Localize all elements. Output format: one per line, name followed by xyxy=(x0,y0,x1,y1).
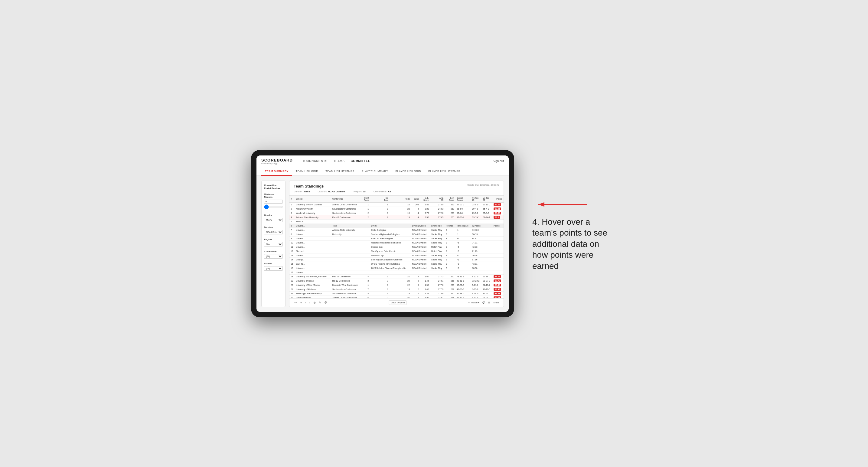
region-select[interactable]: N/A xyxy=(264,242,283,247)
right-panel: Team Standings Update time: 13/03/2024 1… xyxy=(289,181,504,307)
rank-cell: 12 xyxy=(289,249,294,253)
event-type-cell: Stroke Play xyxy=(430,257,444,261)
edit-button[interactable]: ✎ xyxy=(318,300,322,305)
table-row[interactable]: 1 University of North Carolina Atlantic … xyxy=(289,203,503,207)
expanded-data-row[interactable]: 11 Univers... Copper Cup NCAA Division I… xyxy=(289,245,503,249)
wins-cell: 4 xyxy=(411,207,420,211)
nav-committee[interactable]: COMMITTEE xyxy=(350,158,370,164)
nav-tournaments[interactable]: TOURNAMENTS xyxy=(303,158,328,164)
expanded-data-row[interactable]: 16 Univers... 2023 Sahalee Players Champ… xyxy=(289,266,503,270)
points-cell[interactable]: 88.30 xyxy=(492,211,503,215)
division-select[interactable]: NCAA Division I xyxy=(264,230,283,235)
sign-out-button[interactable]: Sign out xyxy=(489,159,504,163)
points-cell[interactable] xyxy=(492,257,503,261)
sub-nav-player-h2h-grid[interactable]: PLAYER H2H GRID xyxy=(392,167,425,176)
sub-nav-team-summary[interactable]: TEAM SUMMARY xyxy=(261,167,292,176)
sub-nav-team-h2h-grid[interactable]: TEAM H2H GRID xyxy=(292,167,322,176)
rank-cell: 21 xyxy=(289,287,294,291)
points-cell[interactable] xyxy=(492,241,503,245)
nav-teams[interactable]: TEAMS xyxy=(333,158,344,164)
sub-nav-team-h2h-heatmap[interactable]: TEAM H2H HEATMAP xyxy=(322,167,358,176)
sub-nav-player-h2h-heatmap[interactable]: PLAYER H2H HEATMAP xyxy=(425,167,464,176)
points-cell[interactable] xyxy=(492,219,503,223)
school-select[interactable]: (All) xyxy=(264,266,283,271)
adj-score-cell: 1.32 xyxy=(420,291,430,295)
gender-select[interactable]: Men's xyxy=(264,218,283,222)
wins-cell: 0 xyxy=(411,279,420,283)
watch-button[interactable]: 👁 Watch ▾ xyxy=(468,301,479,304)
points-cell[interactable] xyxy=(492,266,503,270)
points-cell[interactable]: 83.41 xyxy=(492,291,503,295)
conference-cell: Big 12 Conference xyxy=(331,279,362,283)
event-type-cell: Match Play xyxy=(430,249,444,253)
conference-cell: Mountain West Conference xyxy=(331,283,362,287)
expanded-data-row[interactable]: 12 Florida I... The Cypress Point Classi… xyxy=(289,249,503,253)
points-cell[interactable]: 88.43 xyxy=(492,287,503,291)
table-row-highlighted[interactable]: 4 Arizona State University Pac-12 Confer… xyxy=(289,215,503,219)
school-cell: Univers... xyxy=(294,241,331,245)
points-cell[interactable] xyxy=(492,261,503,266)
avg-sg-cell xyxy=(430,219,444,223)
points-cell[interactable] xyxy=(492,249,503,253)
table-row[interactable]: 19 University of Texas Big 12 Conference… xyxy=(289,279,503,283)
clock-button[interactable]: ⏱ xyxy=(323,300,328,305)
min-rounds-slider[interactable] xyxy=(264,205,283,209)
expanded-data-row[interactable]: 14 Georgia Ben Hogan Collegiate Invitati… xyxy=(289,257,503,261)
expanded-data-row[interactable]: 15 East Tei... OFCC Fighting Illini Invi… xyxy=(289,261,503,266)
w-points-cell: 56.64 xyxy=(471,253,492,257)
points-cell[interactable]: 79.5 xyxy=(492,215,503,219)
low-score-cell: 262 xyxy=(444,203,455,207)
expanded-data-row[interactable]: 10 Univers... National Invitational Tour… xyxy=(289,241,503,245)
points-cell[interactable]: 88.07 xyxy=(492,274,503,279)
nav-prev-button[interactable]: ‹ xyxy=(305,300,307,305)
table-row[interactable]: 2 Auburn University Southeastern Confere… xyxy=(289,207,503,211)
points-cell[interactable] xyxy=(492,232,503,236)
table-row[interactable]: 18 University of California, Berkeley Pa… xyxy=(289,274,503,279)
table-row[interactable]: 20 University of New Mexico Mountain Wes… xyxy=(289,283,503,287)
share-button[interactable]: Share xyxy=(493,301,499,304)
expanded-data-row[interactable]: 17 Univers... xyxy=(289,270,503,274)
exp-school: Univers... xyxy=(294,223,331,228)
table-row[interactable]: 3 Vanderbilt University Southeastern Con… xyxy=(289,211,503,215)
points-cell[interactable]: 93.31 xyxy=(492,207,503,211)
points-cell[interactable]: 88.71 xyxy=(492,295,503,298)
expanded-data-row[interactable]: 7 Univers... Arizona State University Ce… xyxy=(289,228,503,232)
table-row[interactable]: 5 Texas T... xyxy=(289,219,503,223)
view-original-button[interactable]: View: Original xyxy=(389,300,407,305)
redo-button[interactable]: ↪ xyxy=(299,300,303,305)
sub-nav-player-summary[interactable]: PLAYER SUMMARY xyxy=(358,167,392,176)
table-wrapper[interactable]: # School Conference ConfRank NoTour Rnds… xyxy=(289,195,503,298)
conference-select[interactable]: (All) xyxy=(264,254,283,259)
points-cell[interactable] xyxy=(492,236,503,241)
points-cell[interactable]: 97.02 xyxy=(492,203,503,207)
rank-cell: 18 xyxy=(289,274,294,279)
copy-button[interactable]: ⊕ xyxy=(313,300,316,305)
points-cell[interactable] xyxy=(492,228,503,232)
expanded-data-row[interactable]: 8 Univers... University Southern Highlan… xyxy=(289,232,503,236)
school-cell: Univers... xyxy=(294,270,331,274)
expanded-data-row[interactable]: 9 Univers... Amer An Intercollegiate NCA… xyxy=(289,236,503,241)
points-cell[interactable] xyxy=(492,245,503,249)
points-cell[interactable] xyxy=(492,253,503,257)
adj-score-cell: 2.73 xyxy=(420,211,430,215)
nav-next-button[interactable]: › xyxy=(309,300,311,305)
grid-button[interactable]: ⊞ xyxy=(488,301,490,304)
no-tour-cell: 7 xyxy=(370,274,389,279)
table-row[interactable]: 21 University of Alabama Southeastern Co… xyxy=(289,287,503,291)
table-row[interactable]: 22 Mississippi State University Southeas… xyxy=(289,291,503,295)
expanded-data-row[interactable]: 13 Univers... Williams Cup NCAA Division… xyxy=(289,253,503,257)
points-cell[interactable]: 88.49 xyxy=(492,283,503,287)
vs-top50-cell: 25-19-0 xyxy=(482,274,492,279)
feedback-button[interactable]: 💬 xyxy=(483,301,485,304)
bottom-toolbar: ↩ ↪ ‹ › ⊕ ✎ ⏱ View: Original xyxy=(289,298,503,307)
sidebar-region: Region N/A xyxy=(264,238,283,247)
min-rounds-input[interactable] xyxy=(264,199,283,204)
tablet-frame: SCOREBOARD Powered by clipp TOURNAMENTS … xyxy=(251,150,514,317)
low-score-cell: 260 xyxy=(444,207,455,211)
no-tour-cell: 9 xyxy=(370,203,389,207)
points-cell[interactable]: 88.70 xyxy=(492,279,503,283)
undo-button[interactable]: ↩ xyxy=(294,300,297,305)
panel-header: Team Standings Update time: 13/03/2024 1… xyxy=(289,181,503,190)
table-row[interactable]: 23 Duke University Atlantic Coast Confer… xyxy=(289,295,503,298)
conf-rank-cell: 3 xyxy=(362,279,370,283)
